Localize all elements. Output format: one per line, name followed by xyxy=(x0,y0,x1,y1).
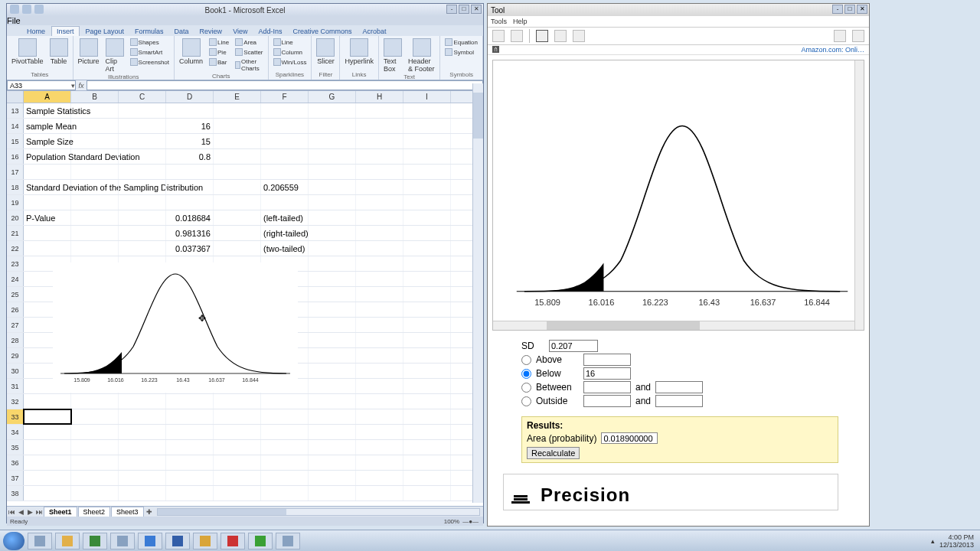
close-button[interactable]: ✕ xyxy=(471,5,482,14)
cell-E13[interactable] xyxy=(214,103,261,118)
cell-G33[interactable] xyxy=(309,409,356,424)
between-high-input[interactable] xyxy=(655,381,703,393)
cell-G16[interactable] xyxy=(309,149,356,164)
row-header[interactable]: 21 xyxy=(7,226,24,240)
cell-D37[interactable] xyxy=(166,471,214,485)
column-header-D[interactable]: D xyxy=(166,91,214,103)
cell-G34[interactable] xyxy=(309,425,356,439)
cell-E21[interactable] xyxy=(214,226,261,240)
cell-G37[interactable] xyxy=(309,471,356,485)
cell-B38[interactable] xyxy=(71,486,119,500)
between-radio[interactable] xyxy=(521,383,531,393)
task-outlook[interactable] xyxy=(55,533,80,549)
task-generic[interactable] xyxy=(276,533,300,549)
cell-A35[interactable] xyxy=(24,440,71,455)
cell-H25[interactable] xyxy=(356,287,403,302)
menu-help[interactable]: Help xyxy=(513,18,528,25)
cell-H20[interactable] xyxy=(356,210,403,225)
cell-G31[interactable] xyxy=(309,379,356,393)
cell-H30[interactable] xyxy=(356,364,403,378)
cell-H31[interactable] xyxy=(356,379,403,393)
cell-B32[interactable] xyxy=(71,394,119,409)
ribbon-tab-formulas[interactable]: Formulas xyxy=(130,27,168,36)
pivottable-button[interactable]: PivotTable xyxy=(10,37,45,66)
cell-G25[interactable] xyxy=(309,287,356,302)
cell-B35[interactable] xyxy=(71,440,119,455)
cell-I33[interactable] xyxy=(403,409,451,424)
cell-D21[interactable]: 0.981316 xyxy=(166,226,214,240)
cell-B36[interactable] xyxy=(71,455,119,470)
cell-A20[interactable]: P-Value xyxy=(24,210,71,225)
cell-F22[interactable]: (two-tailed) xyxy=(261,241,309,256)
cell-E35[interactable] xyxy=(214,440,261,455)
cell-F20[interactable]: (left-tailed) xyxy=(261,210,309,225)
cell-A33[interactable] xyxy=(24,409,71,424)
cell-G29[interactable] xyxy=(309,348,356,363)
cell-F34[interactable] xyxy=(261,425,309,439)
cell-D32[interactable] xyxy=(166,394,214,409)
cell-C35[interactable] xyxy=(119,440,166,455)
cell-I17[interactable] xyxy=(403,165,451,179)
sheet-tab-sheet2[interactable]: Sheet2 xyxy=(78,507,111,517)
area-chart-button[interactable]: Area xyxy=(234,37,264,47)
cell-G27[interactable] xyxy=(309,318,356,332)
ribbon-tab-insert[interactable]: Insert xyxy=(51,26,80,36)
cell-G23[interactable] xyxy=(309,256,356,271)
cell-G24[interactable] xyxy=(309,272,356,286)
column-header-G[interactable]: G xyxy=(309,91,356,103)
cell-B18[interactable] xyxy=(71,180,119,194)
cell-G26[interactable] xyxy=(309,302,356,317)
cell-D18[interactable] xyxy=(166,180,214,194)
area-output[interactable] xyxy=(601,432,658,444)
row-header[interactable]: 17 xyxy=(7,165,24,179)
column-chart-button[interactable]: Column xyxy=(178,37,204,73)
cell-H36[interactable] xyxy=(356,455,403,470)
row-header[interactable]: 34 xyxy=(7,425,24,439)
cell-C17[interactable] xyxy=(119,165,166,179)
new-sheet-button[interactable]: ✚ xyxy=(145,508,154,516)
cell-B13[interactable] xyxy=(71,103,119,118)
cell-E17[interactable] xyxy=(214,165,261,179)
between-low-input[interactable] xyxy=(583,381,631,393)
cell-E32[interactable] xyxy=(214,394,261,409)
row-header[interactable]: 37 xyxy=(7,471,24,485)
tray-up-icon[interactable]: ▴ xyxy=(931,537,935,545)
horizontal-scrollbar[interactable] xyxy=(157,508,480,516)
cell-A36[interactable] xyxy=(24,455,71,470)
cell-F32[interactable] xyxy=(261,394,309,409)
row-header[interactable]: 23 xyxy=(7,256,24,271)
cell-I15[interactable] xyxy=(403,134,451,148)
cell-C38[interactable] xyxy=(119,486,166,500)
cell-F15[interactable] xyxy=(261,134,309,148)
cell-F19[interactable] xyxy=(261,195,309,210)
cell-H18[interactable] xyxy=(356,180,403,194)
cell-H29[interactable] xyxy=(356,348,403,363)
cell-C14[interactable] xyxy=(119,119,166,133)
cell-E16[interactable] xyxy=(214,149,261,164)
sheet-nav-first[interactable]: ⏮ xyxy=(7,508,16,516)
sheet-nav-next[interactable]: ▶ xyxy=(25,508,34,516)
row-header[interactable]: 32 xyxy=(7,394,24,409)
cell-I25[interactable] xyxy=(403,287,451,302)
cell-H33[interactable] xyxy=(356,409,403,424)
system-tray[interactable]: ▴ 4:00 PM 12/13/2013 xyxy=(931,533,977,549)
home-icon[interactable] xyxy=(511,30,523,42)
cell-B37[interactable] xyxy=(71,471,119,485)
cell-H13[interactable] xyxy=(356,103,403,118)
textbox-button[interactable]: Text Box xyxy=(382,37,403,73)
above-radio[interactable] xyxy=(521,355,531,365)
row-header[interactable]: 25 xyxy=(7,287,24,302)
task-explorer[interactable] xyxy=(28,533,52,549)
cell-H24[interactable] xyxy=(356,272,403,286)
cell-F21[interactable]: (right-tailed) xyxy=(261,226,309,240)
cell-E34[interactable] xyxy=(214,425,261,439)
cell-H22[interactable] xyxy=(356,241,403,256)
chart-vertical-scrollbar[interactable] xyxy=(854,60,864,330)
ribbon-tab-page-layout[interactable]: Page Layout xyxy=(81,27,129,36)
picture-button[interactable]: Picture xyxy=(77,37,101,73)
sd-input[interactable] xyxy=(549,340,598,352)
tool-restore-button[interactable]: □ xyxy=(844,5,855,14)
cell-G17[interactable] xyxy=(309,165,356,179)
open-icon[interactable] xyxy=(492,30,505,42)
tool-close-button[interactable]: ✕ xyxy=(857,5,867,14)
